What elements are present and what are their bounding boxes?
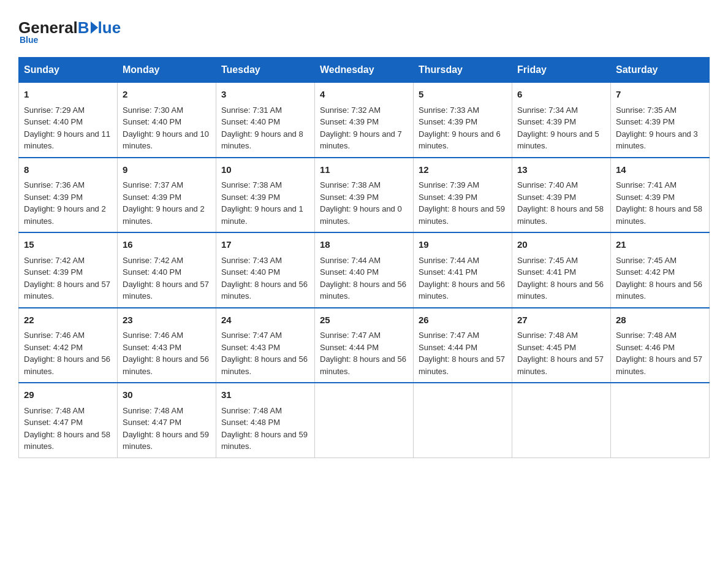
day-number: 10 — [221, 163, 309, 177]
col-header-saturday: Saturday — [611, 58, 710, 82]
sunrise-info: Sunrise: 7:48 AM — [24, 405, 112, 417]
daylight-info: Daylight: 8 hours and 58 minutes. — [616, 203, 704, 227]
calendar-cell: 29Sunrise: 7:48 AMSunset: 4:47 PMDayligh… — [19, 383, 118, 458]
calendar-cell: 27Sunrise: 7:48 AMSunset: 4:45 PMDayligh… — [512, 308, 611, 383]
day-number: 19 — [419, 238, 507, 252]
logo: General B lue Blue — [18, 18, 121, 45]
calendar-cell: 25Sunrise: 7:47 AMSunset: 4:44 PMDayligh… — [315, 308, 414, 383]
sunrise-info: Sunrise: 7:30 AM — [123, 104, 211, 117]
calendar-cell: 15Sunrise: 7:42 AMSunset: 4:39 PMDayligh… — [19, 232, 118, 308]
day-number: 11 — [320, 163, 408, 177]
calendar-cell: 24Sunrise: 7:47 AMSunset: 4:43 PMDayligh… — [216, 308, 315, 383]
sunrise-info: Sunrise: 7:46 AM — [123, 329, 211, 342]
calendar-cell: 2Sunrise: 7:30 AMSunset: 4:40 PMDaylight… — [118, 82, 216, 158]
sunset-info: Sunset: 4:39 PM — [419, 191, 507, 204]
day-number: 27 — [517, 313, 605, 327]
col-header-wednesday: Wednesday — [315, 58, 414, 82]
sunrise-info: Sunrise: 7:41 AM — [616, 179, 704, 191]
sunrise-info: Sunrise: 7:38 AM — [320, 179, 408, 191]
sunset-info: Sunset: 4:42 PM — [24, 342, 112, 354]
page-header: General B lue Blue — [18, 12, 710, 45]
daylight-info: Daylight: 9 hours and 1 minute. — [221, 203, 309, 227]
daylight-info: Daylight: 9 hours and 3 minutes. — [616, 128, 704, 152]
sunset-info: Sunset: 4:39 PM — [320, 191, 408, 204]
sunrise-info: Sunrise: 7:37 AM — [123, 179, 211, 191]
calendar-cell: 19Sunrise: 7:44 AMSunset: 4:41 PMDayligh… — [414, 232, 512, 308]
calendar-cell: 1Sunrise: 7:29 AMSunset: 4:40 PMDaylight… — [19, 82, 118, 158]
calendar-cell — [315, 383, 414, 458]
day-number: 13 — [517, 163, 605, 177]
daylight-info: Daylight: 9 hours and 6 minutes. — [419, 128, 507, 152]
day-number: 29 — [24, 388, 112, 402]
sunrise-info: Sunrise: 7:39 AM — [419, 179, 507, 191]
daylight-info: Daylight: 9 hours and 2 minutes. — [24, 203, 112, 227]
daylight-info: Daylight: 8 hours and 56 minutes. — [123, 353, 211, 377]
col-header-sunday: Sunday — [19, 58, 118, 82]
col-header-thursday: Thursday — [414, 58, 512, 82]
daylight-info: Daylight: 8 hours and 59 minutes. — [221, 429, 309, 453]
calendar-header-row: SundayMondayTuesdayWednesdayThursdayFrid… — [19, 58, 710, 82]
calendar-cell: 10Sunrise: 7:38 AMSunset: 4:39 PMDayligh… — [216, 158, 315, 233]
sunset-info: Sunset: 4:40 PM — [123, 266, 211, 278]
day-number: 8 — [24, 163, 112, 177]
calendar-cell: 22Sunrise: 7:46 AMSunset: 4:42 PMDayligh… — [19, 308, 118, 383]
day-number: 25 — [320, 313, 408, 327]
sunrise-info: Sunrise: 7:29 AM — [24, 104, 112, 117]
daylight-info: Daylight: 8 hours and 56 minutes. — [24, 353, 112, 377]
sunrise-info: Sunrise: 7:48 AM — [517, 329, 605, 342]
calendar-cell: 7Sunrise: 7:35 AMSunset: 4:39 PMDaylight… — [611, 82, 710, 158]
calendar-cell — [512, 383, 611, 458]
daylight-info: Daylight: 8 hours and 56 minutes. — [517, 278, 605, 302]
daylight-info: Daylight: 8 hours and 56 minutes. — [320, 353, 408, 377]
calendar-week-row: 1Sunrise: 7:29 AMSunset: 4:40 PMDaylight… — [19, 82, 710, 158]
calendar-cell: 9Sunrise: 7:37 AMSunset: 4:39 PMDaylight… — [118, 158, 216, 233]
sunrise-info: Sunrise: 7:46 AM — [24, 329, 112, 342]
sunrise-info: Sunrise: 7:44 AM — [320, 255, 408, 267]
calendar-cell: 30Sunrise: 7:48 AMSunset: 4:47 PMDayligh… — [118, 383, 216, 458]
sunset-info: Sunset: 4:39 PM — [320, 116, 408, 128]
day-number: 2 — [123, 88, 211, 102]
daylight-info: Daylight: 9 hours and 7 minutes. — [320, 128, 408, 152]
sunrise-info: Sunrise: 7:47 AM — [221, 329, 309, 342]
sunset-info: Sunset: 4:39 PM — [616, 191, 704, 204]
daylight-info: Daylight: 8 hours and 59 minutes. — [123, 429, 211, 453]
sunset-info: Sunset: 4:40 PM — [320, 266, 408, 278]
calendar-cell — [414, 383, 512, 458]
daylight-info: Daylight: 8 hours and 57 minutes. — [123, 278, 211, 302]
calendar-cell: 14Sunrise: 7:41 AMSunset: 4:39 PMDayligh… — [611, 158, 710, 233]
daylight-info: Daylight: 9 hours and 11 minutes. — [24, 128, 112, 152]
day-number: 9 — [123, 163, 211, 177]
calendar-cell: 20Sunrise: 7:45 AMSunset: 4:41 PMDayligh… — [512, 232, 611, 308]
day-number: 21 — [616, 238, 704, 252]
sunset-info: Sunset: 4:39 PM — [221, 191, 309, 204]
day-number: 4 — [320, 88, 408, 102]
sunset-info: Sunset: 4:40 PM — [221, 116, 309, 128]
daylight-info: Daylight: 8 hours and 56 minutes. — [419, 278, 507, 302]
sunrise-info: Sunrise: 7:42 AM — [123, 255, 211, 267]
sunset-info: Sunset: 4:45 PM — [517, 342, 605, 354]
sunrise-info: Sunrise: 7:34 AM — [517, 104, 605, 117]
day-number: 12 — [419, 163, 507, 177]
day-number: 1 — [24, 88, 112, 102]
col-header-monday: Monday — [118, 58, 216, 82]
sunrise-info: Sunrise: 7:44 AM — [419, 255, 507, 267]
calendar-cell: 31Sunrise: 7:48 AMSunset: 4:48 PMDayligh… — [216, 383, 315, 458]
logo-blue-section: B lue — [78, 18, 121, 37]
sunrise-info: Sunrise: 7:47 AM — [320, 329, 408, 342]
daylight-info: Daylight: 9 hours and 2 minutes. — [123, 203, 211, 227]
sunrise-info: Sunrise: 7:32 AM — [320, 104, 408, 117]
sunset-info: Sunset: 4:40 PM — [24, 116, 112, 128]
sunrise-info: Sunrise: 7:35 AM — [616, 104, 704, 117]
daylight-info: Daylight: 8 hours and 57 minutes. — [24, 278, 112, 302]
calendar-cell: 6Sunrise: 7:34 AMSunset: 4:39 PMDaylight… — [512, 82, 611, 158]
sunset-info: Sunset: 4:39 PM — [24, 191, 112, 204]
day-number: 26 — [419, 313, 507, 327]
calendar-cell: 17Sunrise: 7:43 AMSunset: 4:40 PMDayligh… — [216, 232, 315, 308]
sunrise-info: Sunrise: 7:48 AM — [123, 405, 211, 417]
sunset-info: Sunset: 4:39 PM — [616, 116, 704, 128]
sunset-info: Sunset: 4:40 PM — [123, 116, 211, 128]
daylight-info: Daylight: 8 hours and 56 minutes. — [320, 278, 408, 302]
calendar-cell: 21Sunrise: 7:45 AMSunset: 4:42 PMDayligh… — [611, 232, 710, 308]
calendar-cell: 23Sunrise: 7:46 AMSunset: 4:43 PMDayligh… — [118, 308, 216, 383]
day-number: 22 — [24, 313, 112, 327]
